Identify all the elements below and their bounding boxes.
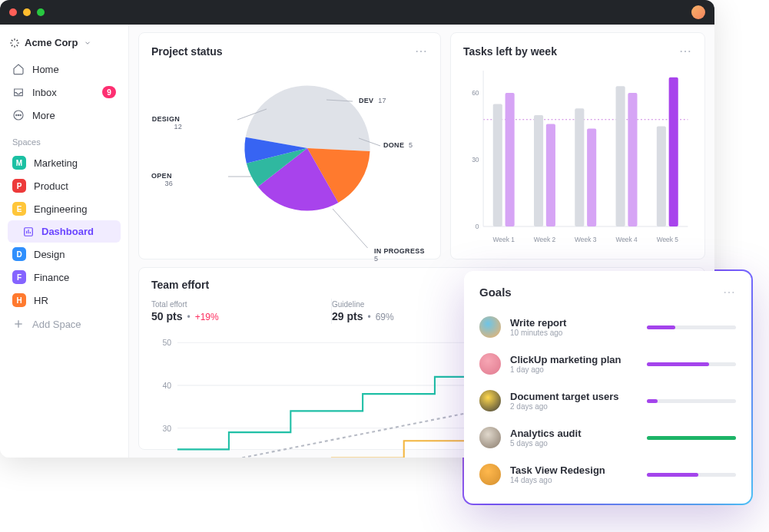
goal-progress xyxy=(647,362,736,366)
card-menu-button[interactable]: ⋯ xyxy=(723,285,736,299)
goals-card: Goals ⋯ Write report 10 minutes ago Clic… xyxy=(464,271,751,504)
svg-text:Week 2: Week 2 xyxy=(534,236,555,243)
svg-rect-26 xyxy=(628,93,637,226)
goal-name: Document target users xyxy=(510,391,638,403)
goal-avatar xyxy=(479,353,501,375)
svg-point-1 xyxy=(16,114,17,115)
pie-label: DEV 17 xyxy=(359,97,386,104)
svg-rect-29 xyxy=(669,78,678,226)
svg-rect-22 xyxy=(575,108,584,226)
goal-row[interactable]: ClickUp marketing plan 1 day ago xyxy=(479,345,736,382)
svg-text:Week 4: Week 4 xyxy=(615,236,637,243)
workspace-switcher[interactable]: Acme Corp xyxy=(8,34,121,58)
inbox-icon xyxy=(12,86,25,98)
svg-rect-28 xyxy=(657,126,666,226)
goals-title: Goals xyxy=(479,286,512,299)
tasks-left-chart: 03060Week 1Week 2Week 3Week 4Week 5 xyxy=(463,63,692,248)
svg-text:30: 30 xyxy=(162,423,171,432)
spaces-section-label: Spaces xyxy=(8,127,121,151)
window-zoom-button[interactable] xyxy=(37,8,45,16)
goal-avatar xyxy=(479,464,501,485)
svg-text:30: 30 xyxy=(472,156,479,164)
goal-progress xyxy=(647,436,736,440)
goal-name: Task View Redesign xyxy=(510,464,638,477)
plus-icon xyxy=(12,318,25,330)
svg-text:50: 50 xyxy=(162,338,171,347)
goal-row[interactable]: Analytics audit 5 days ago xyxy=(479,419,736,456)
window-minimize-button[interactable] xyxy=(23,8,31,16)
svg-rect-16 xyxy=(493,104,502,226)
goal-avatar xyxy=(479,390,501,411)
svg-point-3 xyxy=(20,114,21,115)
goal-time: 2 days ago xyxy=(510,402,638,411)
workspace-name: Acme Corp xyxy=(25,37,78,48)
goal-progress xyxy=(647,473,736,477)
goal-time: 14 days ago xyxy=(510,476,638,484)
nav-home[interactable]: Home xyxy=(8,58,121,81)
goal-avatar xyxy=(479,427,501,448)
svg-text:40: 40 xyxy=(162,381,171,390)
pie-label: OPEN 36 xyxy=(151,172,173,187)
goal-row[interactable]: Document target users 2 days ago xyxy=(479,382,736,419)
svg-text:60: 60 xyxy=(472,89,479,97)
space-badge: M xyxy=(12,156,26,170)
goal-name: Analytics audit xyxy=(510,428,638,440)
more-icon xyxy=(12,109,25,121)
stat-total: Total effort 50 pts•+19% xyxy=(151,299,332,324)
inbox-badge: 9 xyxy=(102,86,116,98)
space-badge: P xyxy=(12,179,26,193)
card-menu-button[interactable]: ⋯ xyxy=(679,44,692,58)
nav-inbox[interactable]: Inbox 9 xyxy=(8,81,121,104)
card-title: Project status xyxy=(151,45,223,58)
tasks-left-card: Tasks left by week ⋯ 03060Week 1Week 2We… xyxy=(450,32,705,259)
svg-text:Week 3: Week 3 xyxy=(575,236,596,243)
pie-label: DESIGN 12 xyxy=(151,115,182,131)
goal-progress xyxy=(647,325,736,329)
space-badge: H xyxy=(12,293,26,307)
goal-name: ClickUp marketing plan xyxy=(510,354,638,366)
card-title: Tasks left by week xyxy=(463,45,557,58)
svg-rect-23 xyxy=(587,128,596,226)
svg-rect-19 xyxy=(534,115,543,226)
window-titlebar xyxy=(0,0,714,25)
goal-time: 5 days ago xyxy=(510,439,638,448)
home-icon xyxy=(12,63,25,75)
sidebar-space-product[interactable]: PProduct xyxy=(8,174,121,197)
window-close-button[interactable] xyxy=(9,8,17,16)
project-status-card: Project status ⋯ OPEN 36DESIGN 12DEV 17D… xyxy=(138,32,441,259)
project-status-chart: OPEN 36DESIGN 12DEV 17DONE 5IN PROGRESS … xyxy=(151,63,428,248)
svg-rect-17 xyxy=(505,93,515,226)
nav-more[interactable]: More xyxy=(8,104,121,127)
goal-row[interactable]: Task View Redesign 14 days ago xyxy=(479,456,736,493)
sidebar-space-design[interactable]: DDesign xyxy=(8,243,121,266)
sidebar-space-finance[interactable]: FFinance xyxy=(8,266,121,289)
goal-avatar xyxy=(479,316,501,338)
add-space-button[interactable]: Add Space xyxy=(8,312,121,336)
goal-time: 10 minutes ago xyxy=(510,329,638,337)
pie-label: IN PROGRESS 5 xyxy=(374,247,428,263)
pie-label: DONE 5 xyxy=(383,141,413,149)
sidebar: Acme Corp Home Inbox 9 More Spaces MMark… xyxy=(0,25,129,458)
dashboard-icon xyxy=(23,226,34,237)
space-badge: F xyxy=(12,270,26,284)
sidebar-space-engineering[interactable]: EEngineering xyxy=(8,197,121,220)
space-badge: E xyxy=(12,202,26,216)
svg-text:Week 1: Week 1 xyxy=(493,236,515,243)
sidebar-space-marketing[interactable]: MMarketing xyxy=(8,151,121,174)
goal-time: 1 day ago xyxy=(510,365,638,374)
goal-progress xyxy=(647,399,736,403)
card-title: Team effort xyxy=(151,279,209,291)
svg-text:Week 5: Week 5 xyxy=(657,236,678,243)
goal-row[interactable]: Write report 10 minutes ago xyxy=(479,309,736,345)
space-badge: D xyxy=(12,247,26,261)
workspace-icon xyxy=(9,38,20,48)
sidebar-space-hr[interactable]: HHR xyxy=(8,289,121,312)
card-menu-button[interactable]: ⋯ xyxy=(415,44,428,58)
svg-rect-20 xyxy=(546,124,555,226)
svg-text:0: 0 xyxy=(476,223,479,230)
sidebar-dashboard[interactable]: Dashboard xyxy=(8,220,121,243)
user-avatar[interactable] xyxy=(691,5,705,19)
svg-point-2 xyxy=(18,114,18,115)
chevron-down-icon xyxy=(84,39,91,47)
svg-rect-25 xyxy=(616,86,625,226)
